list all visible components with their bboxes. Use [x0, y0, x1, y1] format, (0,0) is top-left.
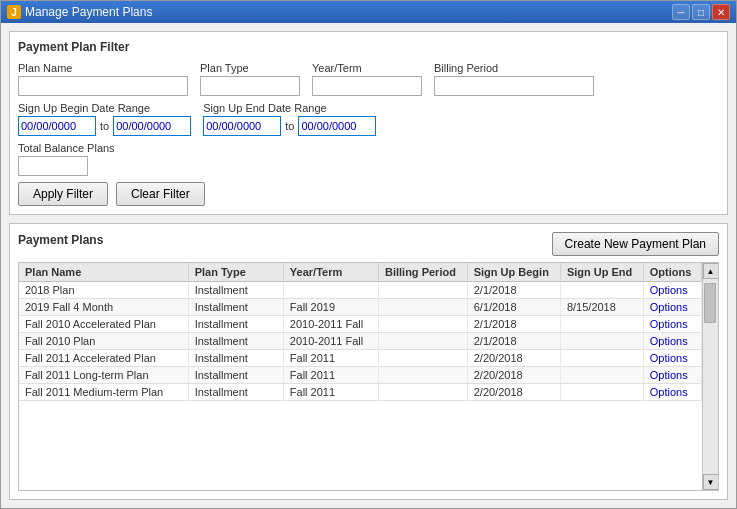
options-link[interactable]: Options	[643, 316, 701, 333]
apply-filter-button[interactable]: Apply Filter	[18, 182, 108, 206]
cell-plan-name: Fall 2010 Accelerated Plan	[19, 316, 188, 333]
signup-end-inputs: to	[203, 116, 376, 136]
cell-year-term: Fall 2019	[283, 299, 378, 316]
cell-signup-begin: 2/1/2018	[467, 316, 560, 333]
table-header-row: Plan Name Plan Type Year/Term Billing Pe…	[19, 263, 702, 282]
date-range-row: Sign Up Begin Date Range to Sign Up End …	[18, 102, 719, 136]
table-row: Fall 2011 Accelerated Plan Installment F…	[19, 350, 702, 367]
cell-plan-name: 2018 Plan	[19, 282, 188, 299]
col-options: Options	[643, 263, 701, 282]
signup-begin-label: Sign Up Begin Date Range	[18, 102, 191, 114]
col-signup-end: Sign Up End	[560, 263, 643, 282]
clear-filter-button[interactable]: Clear Filter	[116, 182, 205, 206]
plans-table-scroll[interactable]: Plan Name Plan Type Year/Term Billing Pe…	[19, 263, 702, 490]
cell-year-term: 2010-2011 Fall	[283, 316, 378, 333]
plan-type-field: Plan Type	[200, 62, 300, 96]
cell-signup-end	[560, 316, 643, 333]
maximize-button[interactable]: □	[692, 4, 710, 20]
year-term-input[interactable]	[312, 76, 422, 96]
minimize-button[interactable]: ─	[672, 4, 690, 20]
close-button[interactable]: ✕	[712, 4, 730, 20]
col-billing-period: Billing Period	[378, 263, 467, 282]
cell-billing-period	[378, 282, 467, 299]
main-window: J Manage Payment Plans ─ □ ✕ Payment Pla…	[0, 0, 737, 509]
signup-end-label: Sign Up End Date Range	[203, 102, 376, 114]
options-link[interactable]: Options	[643, 299, 701, 316]
to-label-2: to	[285, 120, 294, 132]
total-balance-row: Total Balance Plans	[18, 142, 719, 176]
signup-end-range: Sign Up End Date Range to	[203, 102, 376, 136]
scrollbar[interactable]: ▲ ▼	[702, 263, 718, 490]
table-row: Fall 2011 Long-term Plan Installment Fal…	[19, 367, 702, 384]
scroll-thumb[interactable]	[704, 283, 716, 323]
cell-plan-type: Installment	[188, 350, 283, 367]
table-row: Fall 2010 Accelerated Plan Installment 2…	[19, 316, 702, 333]
table-row: Fall 2010 Plan Installment 2010-2011 Fal…	[19, 333, 702, 350]
cell-year-term: Fall 2011	[283, 384, 378, 401]
col-year-term: Year/Term	[283, 263, 378, 282]
cell-plan-name: 2019 Fall 4 Month	[19, 299, 188, 316]
cell-plan-name: Fall 2011 Medium-term Plan	[19, 384, 188, 401]
cell-year-term: Fall 2011	[283, 350, 378, 367]
window-title: Manage Payment Plans	[25, 5, 152, 19]
plans-title: Payment Plans	[18, 233, 103, 247]
scroll-up-arrow[interactable]: ▲	[703, 263, 719, 279]
cell-signup-end: 8/15/2018	[560, 299, 643, 316]
plans-table-body: 2018 Plan Installment 2/1/2018 Options 2…	[19, 282, 702, 401]
cell-year-term: 2010-2011 Fall	[283, 333, 378, 350]
cell-billing-period	[378, 350, 467, 367]
plan-name-field: Plan Name	[18, 62, 188, 96]
filter-section: Payment Plan Filter Plan Name Plan Type …	[9, 31, 728, 215]
filter-title: Payment Plan Filter	[18, 40, 719, 54]
plan-name-input[interactable]	[18, 76, 188, 96]
cell-billing-period	[378, 333, 467, 350]
total-balance-label: Total Balance Plans	[18, 142, 719, 154]
cell-signup-end	[560, 367, 643, 384]
cell-signup-begin: 2/1/2018	[467, 333, 560, 350]
filter-buttons: Apply Filter Clear Filter	[18, 182, 719, 206]
options-link[interactable]: Options	[643, 333, 701, 350]
total-balance-input[interactable]	[18, 156, 88, 176]
cell-billing-period	[378, 367, 467, 384]
plan-type-label: Plan Type	[200, 62, 300, 74]
cell-signup-end	[560, 384, 643, 401]
cell-signup-end	[560, 333, 643, 350]
cell-plan-type: Installment	[188, 282, 283, 299]
plans-table: Plan Name Plan Type Year/Term Billing Pe…	[19, 263, 702, 401]
options-link[interactable]: Options	[643, 350, 701, 367]
signup-begin-to-input[interactable]	[113, 116, 191, 136]
options-link[interactable]: Options	[643, 384, 701, 401]
cell-billing-period	[378, 384, 467, 401]
cell-plan-name: Fall 2011 Long-term Plan	[19, 367, 188, 384]
table-row: Fall 2011 Medium-term Plan Installment F…	[19, 384, 702, 401]
options-link[interactable]: Options	[643, 282, 701, 299]
scroll-down-arrow[interactable]: ▼	[703, 474, 719, 490]
cell-signup-begin: 2/20/2018	[467, 384, 560, 401]
app-icon: J	[7, 5, 21, 19]
cell-year-term	[283, 282, 378, 299]
cell-signup-begin: 2/20/2018	[467, 350, 560, 367]
signup-end-to-input[interactable]	[298, 116, 376, 136]
plan-name-label: Plan Name	[18, 62, 188, 74]
signup-end-from-input[interactable]	[203, 116, 281, 136]
scroll-track[interactable]	[703, 279, 718, 474]
signup-begin-range: Sign Up Begin Date Range to	[18, 102, 191, 136]
cell-plan-type: Installment	[188, 316, 283, 333]
filter-row-1: Plan Name Plan Type Year/Term Billing Pe…	[18, 62, 719, 96]
cell-signup-end	[560, 350, 643, 367]
year-term-field: Year/Term	[312, 62, 422, 96]
signup-begin-from-input[interactable]	[18, 116, 96, 136]
window-content: Payment Plan Filter Plan Name Plan Type …	[1, 23, 736, 508]
billing-period-field: Billing Period	[434, 62, 594, 96]
cell-year-term: Fall 2011	[283, 367, 378, 384]
window-controls: ─ □ ✕	[672, 4, 730, 20]
table-row: 2018 Plan Installment 2/1/2018 Options	[19, 282, 702, 299]
create-payment-plan-button[interactable]: Create New Payment Plan	[552, 232, 719, 256]
cell-signup-begin: 2/20/2018	[467, 367, 560, 384]
billing-period-input[interactable]	[434, 76, 594, 96]
cell-plan-name: Fall 2010 Plan	[19, 333, 188, 350]
table-row: 2019 Fall 4 Month Installment Fall 2019 …	[19, 299, 702, 316]
plans-header: Payment Plans Create New Payment Plan	[18, 232, 719, 256]
plan-type-input[interactable]	[200, 76, 300, 96]
options-link[interactable]: Options	[643, 367, 701, 384]
